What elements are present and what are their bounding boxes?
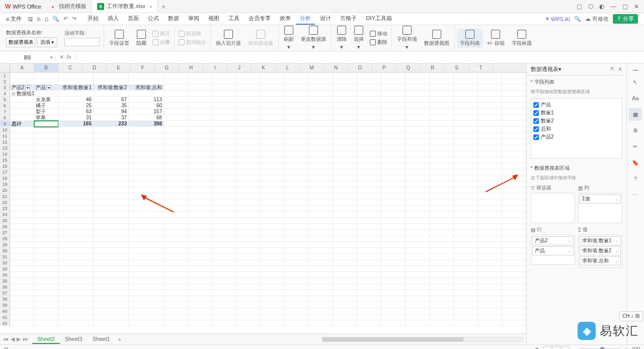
cell[interactable]	[454, 260, 478, 266]
cell[interactable]	[94, 187, 129, 193]
cell[interactable]	[406, 248, 430, 254]
row-header-39[interactable]: 39	[0, 302, 10, 308]
cell[interactable]	[406, 254, 430, 260]
cell[interactable]	[58, 224, 94, 230]
cell[interactable]	[406, 278, 430, 284]
cell[interactable]	[261, 73, 285, 79]
cell[interactable]	[10, 314, 34, 320]
cell[interactable]	[129, 169, 164, 175]
cell[interactable]	[236, 314, 261, 320]
col-header-R[interactable]: R	[421, 63, 445, 72]
cell[interactable]	[357, 127, 381, 133]
cell[interactable]	[285, 284, 309, 290]
cell[interactable]	[502, 85, 526, 91]
cell[interactable]: 总计	[10, 121, 34, 127]
cell[interactable]	[164, 290, 188, 296]
cell[interactable]	[212, 314, 236, 320]
cell[interactable]	[188, 193, 212, 199]
cell[interactable]	[129, 224, 164, 230]
cell[interactable]: 梨子	[34, 109, 58, 115]
cell[interactable]	[34, 266, 58, 272]
row-header-13[interactable]: 13	[0, 145, 10, 151]
cell[interactable]	[502, 109, 526, 115]
cell[interactable]	[406, 212, 430, 218]
cell[interactable]	[357, 169, 381, 175]
column-area[interactable]: Σ值⌄	[578, 193, 622, 223]
cell[interactable]	[58, 163, 94, 169]
cell[interactable]	[236, 103, 261, 109]
row-header-17[interactable]: 17	[0, 169, 10, 175]
cell[interactable]	[309, 97, 333, 103]
cell[interactable]	[333, 181, 357, 187]
cell[interactable]	[357, 230, 381, 236]
cell[interactable]	[381, 199, 406, 205]
menu-视图[interactable]: 视图	[204, 13, 223, 25]
rail-collapse-icon[interactable]: —	[632, 66, 638, 73]
cell[interactable]	[406, 85, 430, 91]
cell[interactable]	[58, 236, 94, 242]
cell[interactable]	[285, 127, 309, 133]
cell[interactable]	[236, 91, 261, 97]
cell[interactable]	[333, 308, 357, 314]
cell[interactable]: 求和项:总和	[129, 85, 164, 91]
cell[interactable]: 233	[94, 121, 129, 127]
cell[interactable]	[454, 272, 478, 278]
cell[interactable]	[58, 230, 94, 236]
cell[interactable]	[478, 187, 502, 193]
cell[interactable]	[333, 254, 357, 260]
cell[interactable]	[478, 278, 502, 284]
bookmark-icon[interactable]: 🔖	[629, 156, 642, 169]
cell[interactable]	[285, 133, 309, 139]
col-header-F[interactable]: F	[131, 63, 155, 72]
pivot-tool-icon[interactable]: ▦	[629, 108, 642, 121]
cell[interactable]	[34, 127, 58, 133]
field-item-总和[interactable]: 总和	[533, 125, 620, 133]
cell[interactable]	[406, 272, 430, 278]
cell[interactable]	[212, 320, 236, 326]
row-header-9[interactable]: 9	[0, 121, 10, 127]
cell[interactable]	[333, 115, 357, 121]
cell[interactable]	[309, 205, 333, 212]
cell[interactable]	[94, 284, 129, 290]
cell[interactable]	[478, 224, 502, 230]
settings-icon[interactable]: ⚙	[629, 124, 642, 137]
cell[interactable]	[478, 157, 502, 163]
cell[interactable]	[357, 193, 381, 199]
more-icon[interactable]: ⋯	[629, 188, 642, 201]
cell[interactable]	[502, 236, 526, 242]
cell[interactable]	[58, 199, 94, 205]
col-header-M[interactable]: M	[300, 63, 324, 72]
cell[interactable]	[309, 199, 333, 205]
cell[interactable]	[381, 218, 406, 224]
cell[interactable]	[406, 127, 430, 133]
name-box[interactable]: B9 ▾	[0, 54, 55, 60]
cell[interactable]	[381, 302, 406, 308]
wps-ai-button[interactable]: ✦ WPS AI	[545, 16, 570, 22]
cell[interactable]	[478, 199, 502, 205]
cell[interactable]	[212, 199, 236, 205]
row-header-14[interactable]: 14	[0, 151, 10, 157]
cell[interactable]	[261, 278, 285, 284]
cell[interactable]	[502, 296, 526, 302]
cell[interactable]	[406, 224, 430, 230]
cell[interactable]	[10, 308, 34, 314]
cell[interactable]	[502, 272, 526, 278]
col-header-B[interactable]: B	[34, 63, 58, 72]
cell[interactable]	[309, 212, 333, 218]
field-list[interactable]: 产品数量1数量2总和产品2	[531, 98, 622, 159]
field-header-button[interactable]: 字段标题	[509, 29, 535, 48]
cell[interactable]	[381, 266, 406, 272]
cell[interactable]	[454, 290, 478, 296]
cell[interactable]	[236, 278, 261, 284]
cell[interactable]	[188, 73, 212, 79]
expand-collapse-button[interactable]: +/- 按钮	[484, 29, 508, 48]
row-header-16[interactable]: 16	[0, 163, 10, 169]
cell[interactable]	[357, 320, 381, 326]
cell[interactable]	[478, 109, 502, 115]
cell[interactable]	[357, 308, 381, 314]
cell[interactable]	[285, 157, 309, 163]
cell[interactable]	[129, 254, 164, 260]
cell[interactable]	[129, 266, 164, 272]
move-button[interactable]: 移动	[368, 30, 389, 38]
cursor-tool-icon[interactable]: ↖	[629, 76, 642, 89]
